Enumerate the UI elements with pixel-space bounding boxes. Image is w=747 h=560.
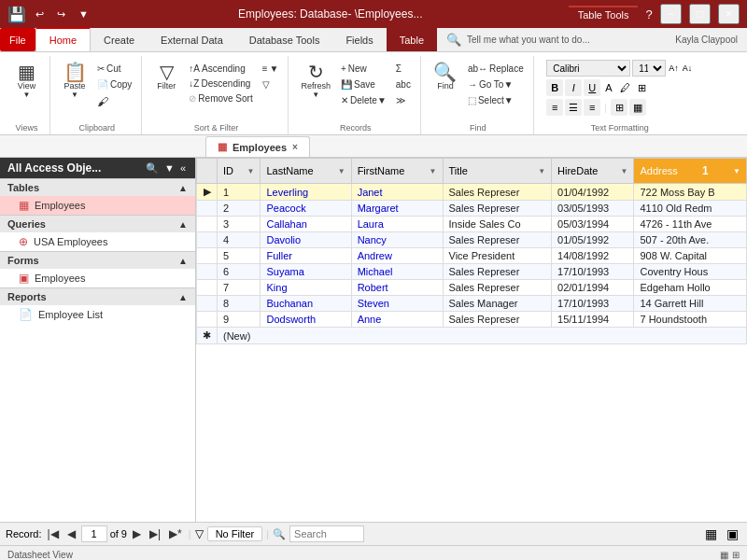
- advanced-filter-button[interactable]: ≡▼: [259, 62, 283, 76]
- table-row[interactable]: 8 Buchanan Steven Sales Manager 17/10/19…: [197, 296, 747, 312]
- table-row[interactable]: 5 Fuller Andrew Vice President 14/08/199…: [197, 248, 747, 264]
- filter-button[interactable]: ▽ Filter: [149, 60, 183, 93]
- grid-view-icon[interactable]: ▦: [702, 525, 720, 542]
- last-record-button[interactable]: ▶|: [147, 526, 163, 541]
- tab-file[interactable]: File: [0, 28, 35, 51]
- sidebar-item-employee-list[interactable]: 📄 Employee List: [0, 305, 195, 324]
- sidebar-search-button[interactable]: 🔍: [144, 162, 161, 175]
- col-header-lastname[interactable]: LastName ▼: [261, 159, 351, 184]
- current-record-input[interactable]: [81, 525, 107, 542]
- save-record-button[interactable]: 💾Save: [337, 77, 390, 91]
- align-center-button[interactable]: ☰: [565, 99, 582, 116]
- table-row[interactable]: 2 Peacock Margaret Sales Represer 03/05/…: [197, 201, 747, 217]
- ascending-sort-button[interactable]: ↑A Ascending: [185, 62, 256, 76]
- remove-sort-button[interactable]: ⊘ Remove Sort: [185, 91, 256, 105]
- doc-tab-close-button[interactable]: ×: [292, 142, 298, 152]
- font-size-down-icon[interactable]: A↓: [682, 63, 694, 74]
- delete-button[interactable]: ✕Delete▼: [337, 93, 390, 107]
- descending-sort-button[interactable]: ↓Z Descending: [185, 77, 256, 91]
- grid-lines-button[interactable]: ⊞: [611, 99, 627, 116]
- qat-dropdown[interactable]: ▼: [75, 7, 92, 21]
- format-painter-button[interactable]: 🖌: [93, 93, 135, 110]
- table-row[interactable]: 7 King Robert Sales Represer 02/01/1994 …: [197, 280, 747, 296]
- col-header-hiredate[interactable]: HireDate ▼: [552, 159, 634, 184]
- prev-record-button[interactable]: ◀: [64, 526, 78, 541]
- form-view-icon[interactable]: ▣: [724, 525, 741, 542]
- table-row[interactable]: 6 Suyama Michael Sales Represer 17/10/19…: [197, 264, 747, 280]
- next-record-button[interactable]: ▶: [130, 526, 144, 541]
- table-row[interactable]: 4 Davolio Nancy Sales Represer 01/05/199…: [197, 232, 747, 248]
- totals-button[interactable]: Σ: [392, 62, 415, 76]
- italic-button[interactable]: I: [565, 79, 582, 96]
- table-row[interactable]: 9 Dodsworth Anne Sales Represer 15/11/19…: [197, 312, 747, 328]
- ribbon-content: ▦ View ▼ Views 📋 Paste ▼ ✂ Cut: [0, 52, 747, 134]
- sidebar-item-employees-form[interactable]: ▣ Employees: [0, 269, 195, 287]
- refresh-button[interactable]: ↻ Refresh ▼: [296, 60, 335, 102]
- section-header-reports[interactable]: Reports ▲: [0, 287, 195, 305]
- no-filter-button[interactable]: No Filter: [207, 526, 263, 541]
- sidebar-options-button[interactable]: ▼: [162, 162, 176, 175]
- table-wrapper[interactable]: ID ▼ LastName ▼ FirstNam: [196, 158, 747, 522]
- new-record-nav-button[interactable]: ▶*: [166, 526, 185, 541]
- section-header-forms[interactable]: Forms ▲: [0, 251, 195, 269]
- tab-home[interactable]: Home: [35, 27, 91, 51]
- col-header-title[interactable]: Title ▼: [443, 159, 552, 184]
- paste-button[interactable]: 📋 Paste ▼: [58, 60, 92, 102]
- replace-button[interactable]: ab↔Replace: [464, 62, 528, 76]
- find-button[interactable]: 🔍 Find: [429, 60, 462, 93]
- highlight-icon[interactable]: 🖊: [617, 81, 633, 94]
- form-icon: ▣: [19, 272, 29, 285]
- col-header-firstname[interactable]: FirstName ▼: [351, 159, 443, 184]
- new-row[interactable]: ✱ (New): [197, 328, 747, 344]
- copy-button[interactable]: 📄 Copy: [93, 77, 135, 91]
- font-name-selector[interactable]: Calibri: [546, 60, 630, 77]
- toggle-filter-button[interactable]: ▽: [259, 77, 283, 91]
- tab-fields[interactable]: Fields: [332, 28, 386, 51]
- sidebar-close-button[interactable]: «: [178, 162, 188, 175]
- font-color-icon[interactable]: A: [602, 81, 614, 94]
- format-more-icon[interactable]: ⊞: [635, 81, 649, 95]
- search-input[interactable]: [289, 525, 364, 542]
- redo-button[interactable]: ↪: [53, 7, 69, 22]
- new-record-button[interactable]: +New: [337, 62, 390, 76]
- sidebar: All Access Obje... 🔍 ▼ « Tables ▲ ▦ Empl…: [0, 158, 196, 522]
- tab-database-tools[interactable]: Database Tools: [236, 28, 333, 51]
- ribbon-group-text-formatting: Calibri 11 A↑ A↓ B I U A 🖊 ⊞: [536, 56, 704, 134]
- tab-create[interactable]: Create: [91, 28, 148, 51]
- undo-button[interactable]: ↩: [32, 7, 48, 22]
- section-header-queries[interactable]: Queries ▲: [0, 215, 195, 232]
- font-size-selector[interactable]: 11: [632, 60, 666, 77]
- section-header-tables[interactable]: Tables ▲: [0, 178, 195, 196]
- cell-address: 14 Garrett Hill: [634, 296, 747, 312]
- col-header-address[interactable]: Address 1 ▼: [634, 159, 747, 184]
- select-button[interactable]: ⬚Select▼: [464, 93, 528, 107]
- sidebar-item-employees-table[interactable]: ▦ Employees: [0, 196, 195, 215]
- bold-button[interactable]: B: [546, 79, 563, 96]
- first-record-button[interactable]: |◀: [45, 526, 62, 541]
- col-header-id[interactable]: ID ▼: [218, 159, 261, 184]
- cell-firstname: Anne: [351, 312, 443, 328]
- alternate-fill-button[interactable]: ▦: [629, 99, 646, 116]
- tab-external-data[interactable]: External Data: [148, 28, 236, 51]
- view-button[interactable]: ▦ View ▼: [10, 60, 44, 102]
- align-right-button[interactable]: ≡: [584, 99, 600, 116]
- font-size-up-icon[interactable]: A↑: [668, 63, 680, 74]
- bottom-layout-icon[interactable]: ⊞: [732, 550, 740, 560]
- goto-button[interactable]: →Go To▼: [464, 77, 528, 91]
- employees-doc-tab[interactable]: ▦ Employees ×: [205, 136, 310, 157]
- replace-icon: ab↔: [468, 63, 487, 74]
- maximize-button[interactable]: □: [689, 4, 711, 24]
- table-row[interactable]: 3 Callahan Laura Inside Sales Co 05/03/1…: [197, 217, 747, 232]
- spell-button[interactable]: abc: [392, 77, 415, 91]
- tab-table[interactable]: Table: [387, 28, 437, 51]
- help-icon[interactable]: ?: [645, 7, 652, 21]
- underline-button[interactable]: U: [584, 79, 600, 96]
- cut-button[interactable]: ✂ Cut: [93, 62, 135, 76]
- more-button[interactable]: ≫: [392, 93, 415, 107]
- sidebar-item-usa-employees[interactable]: ⊕ USA Employees: [0, 232, 195, 251]
- align-left-button[interactable]: ≡: [546, 99, 563, 116]
- bottom-grid-icon[interactable]: ▦: [720, 550, 728, 560]
- minimize-button[interactable]: −: [660, 4, 682, 24]
- close-button[interactable]: ×: [718, 4, 740, 24]
- table-row[interactable]: ▶ 1 Leverling Janet Sales Represer 01/04…: [197, 184, 747, 201]
